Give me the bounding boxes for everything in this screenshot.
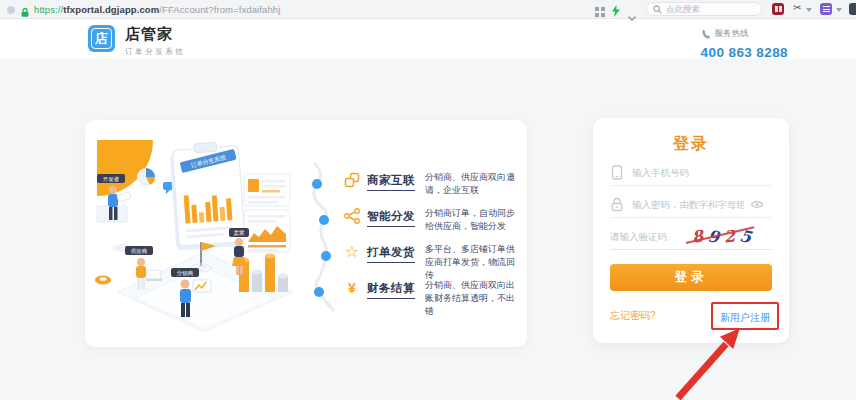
connector-dot — [312, 179, 322, 189]
apps-grid-icon[interactable] — [595, 3, 605, 21]
url-host: tfxportal.dgjapp.com — [63, 4, 159, 15]
quarter-circle-shape — [97, 140, 153, 196]
extension-partial-icon[interactable] — [849, 3, 856, 15]
share-icon — [343, 207, 361, 225]
forgot-password-link[interactable]: 忘记密码? — [610, 309, 656, 323]
ssl-lock-icon[interactable] — [20, 4, 30, 22]
annotation-highlight-box: 新用户注册 — [711, 302, 779, 330]
phone-field-row — [610, 160, 772, 186]
caret-down-icon[interactable] — [806, 8, 812, 12]
chevron-down-icon[interactable] — [628, 7, 636, 25]
role-label-supplier: 供应商 — [131, 248, 148, 254]
feature-desc: 多平台、多店铺订单供应商打单发货，物流回传 — [425, 243, 521, 282]
password-field-row — [610, 192, 772, 218]
site-header: 店 店管家 订单分发系统 服务热线 400 863 8288 — [0, 19, 856, 59]
password-input[interactable] — [632, 199, 744, 210]
brand-logo[interactable]: 店 店管家 订单分发系统 — [88, 25, 186, 57]
service-hotline: 服务热线 400 863 8288 — [701, 25, 788, 60]
captcha-image[interactable]: 8 9 2 5 — [686, 225, 758, 249]
toggle-password-visibility-icon[interactable] — [750, 200, 772, 209]
feature-desc: 分销商、供应商双向出账财务结算透明，不出错 — [425, 279, 521, 318]
captcha-input[interactable] — [610, 231, 682, 242]
trend-panel — [244, 210, 290, 252]
address-bar[interactable]: https://tfxportal.dgjapp.com/FFAccount?f… — [34, 0, 280, 19]
captcha-digit: 8 — [690, 226, 704, 247]
marketing-card: 订单分发系统 — [85, 120, 527, 347]
search-input[interactable] — [666, 4, 752, 14]
feature-title: 智能分发 — [367, 209, 415, 227]
connector-dot — [321, 251, 331, 261]
link-icon — [343, 171, 361, 189]
feature-title: 财务结算 — [367, 281, 415, 299]
phone-icon — [701, 25, 711, 43]
logo-character: 店 — [91, 28, 112, 49]
feature-connector — [307, 160, 343, 340]
brand-name: 店管家 — [125, 25, 186, 44]
role-label-distributor: 分销商 — [177, 270, 194, 276]
notes-extension-icon[interactable] — [820, 3, 832, 15]
feature-title: 商家互联 — [367, 173, 415, 191]
url-scheme: https:// — [34, 4, 63, 15]
feature-finance-settle: ¥ 财务结算 分销商、供应商双向出账财务结算透明，不出错 — [343, 279, 521, 318]
extension-badge-icon[interactable] — [772, 3, 784, 15]
register-link[interactable]: 新用户注册 — [720, 312, 770, 323]
logo-mark-icon: 店 — [88, 25, 115, 52]
connector-dot — [319, 215, 329, 225]
report-panel — [244, 174, 290, 206]
hotline-number: 400 863 8288 — [701, 45, 788, 60]
captcha-digit: 2 — [723, 226, 736, 246]
hotline-label: 服务热线 — [715, 28, 749, 40]
lock-icon — [610, 197, 624, 212]
scissors-extension-icon[interactable]: ✂ — [793, 2, 801, 13]
feature-merchant-link: 商家互联 分销商、供应商双向邀请，企业互联 — [343, 171, 521, 197]
yuan-icon: ¥ — [343, 279, 361, 297]
login-button[interactable]: 登录 — [610, 264, 772, 291]
login-title: 登录 — [593, 134, 789, 155]
favicon-dot-icon — [7, 6, 15, 14]
login-panel: 登录 8 9 2 5 登录 — [593, 118, 789, 343]
browser-search-box[interactable] — [646, 2, 762, 16]
role-label-seller: 卖家 — [234, 230, 246, 236]
phone-input[interactable] — [632, 167, 732, 178]
star-icon: ☆ — [343, 243, 361, 261]
role-label-developer: 开发者 — [103, 176, 120, 182]
connector-dot — [314, 287, 324, 297]
feature-smart-dispatch: 智能分发 分销商订单，自动同步给供应商，智能分发 — [343, 207, 521, 233]
brand-subtitle: 订单分发系统 — [125, 47, 186, 57]
boost-bolt-icon[interactable] — [612, 3, 620, 21]
caret-down-icon[interactable] — [836, 8, 842, 12]
search-icon — [653, 5, 662, 14]
mobile-phone-icon — [610, 165, 624, 180]
feature-desc: 分销商订单，自动同步给供应商，智能分发 — [425, 207, 521, 233]
feature-title: 打单发货 — [367, 245, 415, 263]
feature-print-ship: ☆ 打单发货 多平台、多店铺订单供应商打单发货，物流回传 — [343, 243, 521, 282]
url-path: /FFAccount?from=fxdaifahhj — [159, 4, 280, 15]
captcha-field-row: 8 9 2 5 — [610, 224, 772, 250]
browser-toolbar: https://tfxportal.dgjapp.com/FFAccount?f… — [0, 0, 856, 19]
feature-desc: 分销商、供应商双向邀请，企业互联 — [425, 171, 521, 197]
hero-illustration: 订单分发系统 — [89, 130, 314, 345]
